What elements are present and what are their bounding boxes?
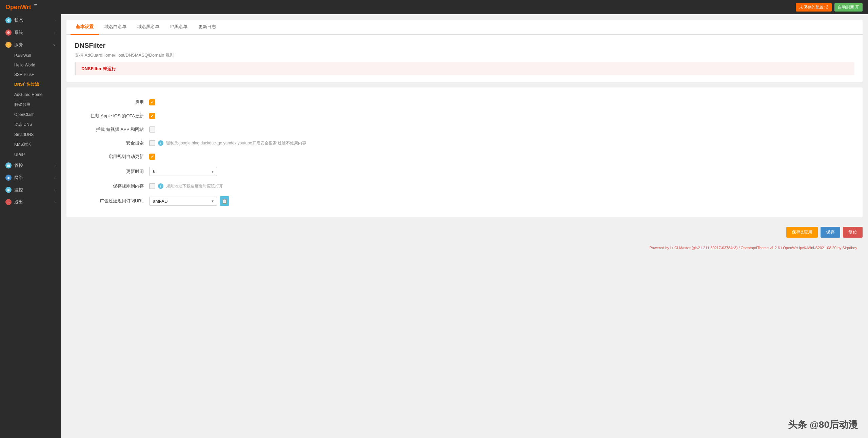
save-button[interactable]: 保存 <box>821 227 840 238</box>
sidebar-label-status: 状态 <box>14 17 23 23</box>
sidebar-label-service: 服务 <box>14 42 23 48</box>
logout-icon: → <box>5 199 12 205</box>
sidebar-label-logout: 退出 <box>14 199 23 205</box>
state-icon: ⊙ <box>5 17 12 23</box>
autoreload-button[interactable]: 自动刷新 开 <box>834 3 863 12</box>
status-alert-text: DNSFilter 未运行 <box>81 66 116 71</box>
tab-basic[interactable]: 基本设置 <box>71 20 99 35</box>
settings-section: 启用 拦截 Apple iOS 的OTA更新 拦截 短视频 APP 和网站 <box>66 87 863 217</box>
sidebar-item-ssrplus[interactable]: SSR Plus+ <box>0 70 61 79</box>
main-content: 基本设置 域名白名单 域名黑名单 IP黑名单 更新日志 DNSFilter 支持… <box>61 14 868 438</box>
save-ram-info-icon[interactable]: ℹ <box>158 183 163 189</box>
footer: Powered by LuCI Master (git-21.211.30217… <box>66 242 863 254</box>
save-ram-control: ℹ 规则地址下载速度慢时应该打开 <box>149 183 854 189</box>
form-row-block-ios: 拦截 Apple iOS 的OTA更新 <box>75 109 854 123</box>
sidebar-item-dynamicdns[interactable]: 动态 DNS <box>0 119 61 130</box>
system-icon: ⚙ <box>5 29 12 36</box>
sidebar-item-network[interactable]: ◈ 网络 › <box>0 172 61 184</box>
tab-blacklist[interactable]: 域名黑名单 <box>132 20 165 35</box>
footer-text: Powered by LuCI Master (git-21.211.30217… <box>650 246 857 250</box>
tab-ipblacklist[interactable]: IP黑名单 <box>165 20 193 35</box>
block-ios-control <box>149 113 854 119</box>
safe-search-control: ℹ 强制为google,bing,duckduckgo,yandex,youtu… <box>149 140 854 146</box>
chevron-icon-service: ∨ <box>53 43 56 47</box>
sidebar-item-monitor[interactable]: ◉ 监控 › <box>0 184 61 196</box>
enable-checkbox[interactable] <box>149 99 155 105</box>
service-icon: ⚡ <box>5 42 12 48</box>
sidebar-item-manage[interactable]: ☰ 管控 › <box>0 159 61 172</box>
chevron-icon-manage: › <box>54 163 56 167</box>
save-ram-label: 保存规则到内存 <box>75 183 149 189</box>
auto-update-control <box>149 154 854 160</box>
form-row-enable: 启用 <box>75 96 854 109</box>
update-time-label: 更新时间 <box>75 168 149 175</box>
topbar-right: 未保存的配置: 2 自动刷新 开 <box>796 3 863 12</box>
sidebar-item-service[interactable]: ⚡ 服务 ∨ <box>0 39 61 51</box>
block-video-control <box>149 126 854 133</box>
form-row-ad-url: 广告过滤规则订阅URL anti-AD EasyList China 自定义 📋 <box>75 193 854 209</box>
tab-whitelist[interactable]: 域名白名单 <box>99 20 132 35</box>
ad-url-copy-button[interactable]: 📋 <box>220 196 229 206</box>
auto-update-label: 启用规则自动更新 <box>75 154 149 160</box>
safe-search-info-icon[interactable]: ℹ <box>158 140 163 146</box>
form-row-save-ram: 保存规则到内存 ℹ 规则地址下载速度慢时应该打开 <box>75 179 854 193</box>
page-title: DNSFilter <box>75 42 854 49</box>
tab-updatelog[interactable]: 更新日志 <box>193 20 221 35</box>
sidebar-item-dnsfilter[interactable]: DNS广告过滤 <box>0 79 61 90</box>
safe-search-label: 安全搜索 <box>75 140 149 146</box>
sidebar-label-system: 系统 <box>14 29 23 36</box>
reset-button[interactable]: 复位 <box>843 227 863 238</box>
ad-url-control: anti-AD EasyList China 自定义 📋 <box>149 196 854 206</box>
sidebar-item-unlock[interactable]: 解锁歌曲 <box>0 99 61 110</box>
action-bar: 保存&应用 保存 复位 <box>66 223 863 242</box>
sidebar-item-status[interactable]: ⊙ 状态 › <box>0 14 61 26</box>
content-card: DNSFilter 支持 AdGuardHome/Host/DNSMASQ/Do… <box>66 35 863 82</box>
logo-tm: ™ <box>34 3 37 7</box>
topbar-logo: OpenWrt ™ <box>5 3 37 11</box>
auto-update-checkbox[interactable] <box>149 154 155 160</box>
enable-control <box>149 99 854 105</box>
block-video-checkbox[interactable] <box>149 126 155 133</box>
sidebar-item-openclash[interactable]: OpenClash <box>0 110 61 119</box>
form-row-auto-update: 启用规则自动更新 <box>75 150 854 163</box>
safe-search-checkbox[interactable] <box>149 140 155 146</box>
tab-bar: 基本设置 域名白名单 域名黑名单 IP黑名单 更新日志 <box>66 20 863 35</box>
chevron-icon-status: › <box>54 18 56 22</box>
manage-icon: ☰ <box>5 162 12 168</box>
sidebar-label-monitor: 监控 <box>14 187 23 193</box>
update-time-control: 6 0 1 2 3 4 5 7 8 12 18 24 <box>149 167 854 176</box>
chevron-icon-logout: › <box>54 200 56 204</box>
block-ios-label: 拦截 Apple iOS 的OTA更新 <box>75 113 149 119</box>
sidebar-item-upnp[interactable]: UPnP <box>0 150 61 159</box>
chevron-icon-network: › <box>54 176 56 180</box>
sidebar-item-system[interactable]: ⚙ 系统 › <box>0 26 61 39</box>
form-row-safe-search: 安全搜索 ℹ 强制为google,bing,duckduckgo,yandex,… <box>75 136 854 150</box>
sidebar-item-logout[interactable]: → 退出 › <box>0 196 61 208</box>
sidebar-item-smartdns[interactable]: SmartDNS <box>0 130 61 139</box>
save-apply-button[interactable]: 保存&应用 <box>786 227 818 238</box>
form-row-block-video: 拦截 短视频 APP 和网站 <box>75 123 854 136</box>
save-ram-checkbox[interactable] <box>149 183 155 189</box>
layout: ⊙ 状态 › ⚙ 系统 › ⚡ 服务 ∨ PassWall Hello Worl… <box>0 14 868 438</box>
tab-container: 基本设置 域名白名单 域名黑名单 IP黑名单 更新日志 DNSFilter 支持… <box>66 20 863 82</box>
sidebar-item-helloworld[interactable]: Hello World <box>0 60 61 70</box>
update-time-select-wrapper: 6 0 1 2 3 4 5 7 8 12 18 24 <box>149 167 217 176</box>
safe-search-hint: 强制为google,bing,duckduckgo,yandex,youtube… <box>166 140 306 146</box>
sidebar-item-kms[interactable]: KMS激活 <box>0 139 61 150</box>
monitor-icon: ◉ <box>5 187 12 193</box>
form-row-update-time: 更新时间 6 0 1 2 3 4 5 7 8 12 <box>75 163 854 179</box>
sidebar-label-manage: 管控 <box>14 162 23 168</box>
status-alert: DNSFilter 未运行 <box>75 62 854 75</box>
block-ios-checkbox[interactable] <box>149 113 155 119</box>
sidebar-item-adguard[interactable]: AdGuard Home <box>0 90 61 99</box>
save-ram-hint: 规则地址下载速度慢时应该打开 <box>166 183 223 189</box>
update-time-select[interactable]: 6 0 1 2 3 4 5 7 8 12 18 24 <box>149 167 217 176</box>
unsaved-config-button[interactable]: 未保存的配置: 2 <box>796 3 831 12</box>
topbar: OpenWrt ™ 未保存的配置: 2 自动刷新 开 <box>0 0 868 14</box>
ad-url-select-wrapper: anti-AD EasyList China 自定义 <box>149 197 217 206</box>
ad-url-select[interactable]: anti-AD EasyList China 自定义 <box>149 197 217 206</box>
network-icon: ◈ <box>5 175 12 181</box>
sidebar-item-passwall[interactable]: PassWall <box>0 51 61 60</box>
sidebar-label-network: 网络 <box>14 175 23 181</box>
page-subtitle: 支持 AdGuardHome/Host/DNSMASQ/Domain 规则 <box>75 52 854 58</box>
